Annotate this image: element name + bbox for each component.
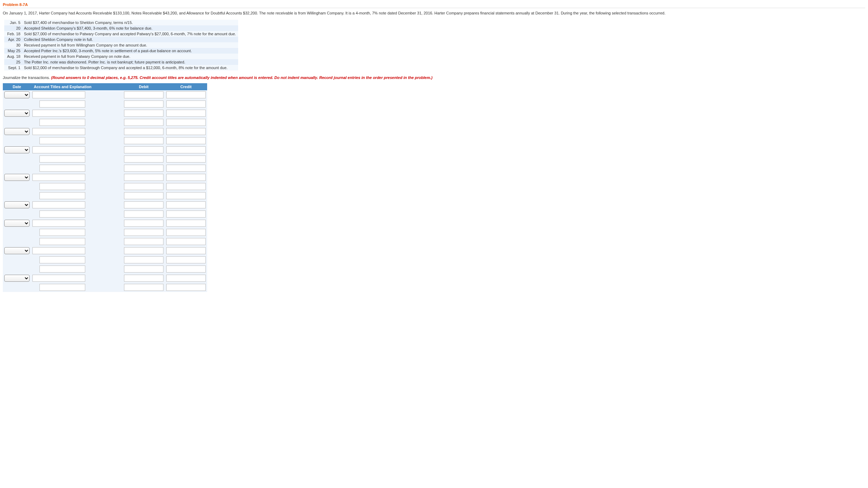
credit-input[interactable]: [166, 91, 206, 98]
account-input[interactable]: [39, 100, 85, 108]
account-input[interactable]: [39, 155, 85, 163]
debit-input[interactable]: [124, 119, 163, 126]
debit-input[interactable]: [124, 155, 163, 163]
credit-input[interactable]: [166, 229, 206, 236]
account-input[interactable]: [32, 91, 85, 98]
account-input[interactable]: [39, 256, 85, 263]
debit-input[interactable]: [124, 183, 163, 190]
date-select[interactable]: [4, 220, 30, 227]
debit-input[interactable]: [124, 174, 163, 181]
debit-input[interactable]: [124, 220, 163, 227]
credit-input[interactable]: [166, 192, 206, 199]
account-input[interactable]: [39, 137, 85, 144]
date-select[interactable]: [4, 275, 30, 282]
date-select[interactable]: [4, 110, 30, 117]
account-input[interactable]: [39, 284, 85, 291]
account-input[interactable]: [39, 192, 85, 199]
account-input[interactable]: [32, 201, 85, 208]
debit-input[interactable]: [124, 238, 163, 245]
transaction-text: Collected Sheldon Company note in full.: [22, 37, 238, 42]
debit-input[interactable]: [124, 192, 163, 199]
date-select[interactable]: [4, 91, 30, 98]
credit-cell: [165, 164, 207, 173]
credit-input[interactable]: [166, 238, 206, 245]
problem-title: Problem 8-7A: [3, 1, 865, 8]
journal-row: [3, 173, 207, 182]
transaction-row: Jan. 5Sold $37,400 of merchandise to She…: [4, 20, 238, 25]
credit-input[interactable]: [166, 165, 206, 172]
date-cell: [3, 90, 31, 99]
credit-input[interactable]: [166, 247, 206, 254]
credit-input[interactable]: [166, 146, 206, 153]
debit-input[interactable]: [124, 165, 163, 172]
account-input[interactable]: [32, 247, 85, 254]
account-input[interactable]: [32, 220, 85, 227]
account-input[interactable]: [39, 211, 85, 218]
account-cell: [31, 264, 123, 274]
debit-input[interactable]: [124, 146, 163, 153]
date-select[interactable]: [4, 146, 30, 153]
col-header-debit: Debit: [123, 83, 165, 90]
date-select[interactable]: [4, 201, 30, 208]
account-cell: [31, 237, 123, 246]
account-input[interactable]: [39, 229, 85, 236]
account-input[interactable]: [32, 275, 85, 282]
credit-input[interactable]: [166, 128, 206, 135]
debit-input[interactable]: [124, 137, 163, 144]
date-select[interactable]: [4, 247, 30, 254]
debit-input[interactable]: [124, 91, 163, 98]
credit-input[interactable]: [166, 266, 206, 273]
credit-input[interactable]: [166, 110, 206, 117]
credit-cell: [165, 99, 207, 109]
account-input[interactable]: [32, 146, 85, 153]
debit-cell: [123, 219, 165, 228]
credit-cell: [165, 90, 207, 99]
date-cell: [3, 182, 31, 191]
debit-input[interactable]: [124, 100, 163, 108]
col-header-credit: Credit: [165, 83, 207, 90]
transaction-text: Sold $27,000 of merchandise to Patwary C…: [22, 31, 238, 37]
credit-input[interactable]: [166, 284, 206, 291]
date-cell: [3, 209, 31, 219]
credit-cell: [165, 209, 207, 219]
account-input[interactable]: [39, 119, 85, 126]
debit-input[interactable]: [124, 266, 163, 273]
date-cell: [3, 145, 31, 154]
account-input[interactable]: [32, 110, 85, 117]
debit-input[interactable]: [124, 201, 163, 208]
credit-input[interactable]: [166, 211, 206, 218]
account-input[interactable]: [39, 183, 85, 190]
credit-input[interactable]: [166, 201, 206, 208]
credit-input[interactable]: [166, 220, 206, 227]
credit-input[interactable]: [166, 256, 206, 263]
date-select[interactable]: [4, 174, 30, 181]
debit-input[interactable]: [124, 128, 163, 135]
credit-input[interactable]: [166, 137, 206, 144]
transaction-row: Feb. 18Sold $27,000 of merchandise to Pa…: [4, 31, 238, 37]
debit-input[interactable]: [124, 211, 163, 218]
account-input[interactable]: [39, 238, 85, 245]
debit-input[interactable]: [124, 284, 163, 291]
credit-input[interactable]: [166, 119, 206, 126]
journal-row: [3, 200, 207, 209]
date-select[interactable]: [4, 128, 30, 135]
credit-input[interactable]: [166, 155, 206, 163]
credit-cell: [165, 154, 207, 164]
credit-input[interactable]: [166, 275, 206, 282]
debit-input[interactable]: [124, 247, 163, 254]
debit-input[interactable]: [124, 229, 163, 236]
credit-cell: [165, 182, 207, 191]
credit-input[interactable]: [166, 174, 206, 181]
account-input[interactable]: [39, 266, 85, 273]
credit-input[interactable]: [166, 183, 206, 190]
account-input[interactable]: [32, 128, 85, 135]
debit-cell: [123, 246, 165, 255]
debit-cell: [123, 264, 165, 274]
credit-input[interactable]: [166, 100, 206, 108]
date-cell: [3, 228, 31, 237]
account-input[interactable]: [39, 165, 85, 172]
account-input[interactable]: [32, 174, 85, 181]
debit-input[interactable]: [124, 110, 163, 117]
debit-input[interactable]: [124, 256, 163, 263]
debit-input[interactable]: [124, 275, 163, 282]
